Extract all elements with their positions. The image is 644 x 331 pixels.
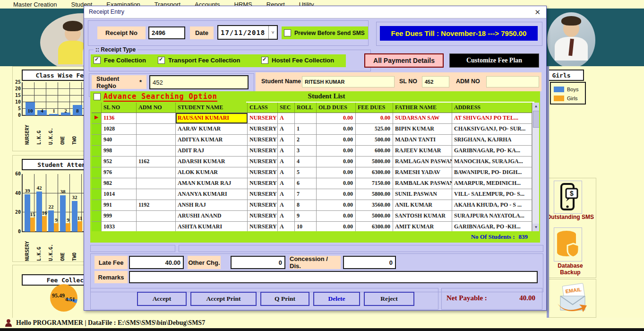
row-selector[interactable] [92,135,102,145]
all-payment-details-button[interactable]: All Payment Details [364,53,444,68]
x-axis-category: NURSERY [25,234,30,261]
cell: GARIBNAGAR, PO- KA... [452,146,532,156]
x-axis-category: NURSERY [25,117,30,145]
cell: RAMLAGAN PASWAN [393,157,452,167]
receipt-type-label: Transport Fee Collection [168,57,240,64]
table-row[interactable]: 9521162ADARSH KUMARNURSERYA40.005800.00R… [92,157,539,167]
date-input[interactable]: 17/11/2018 ˅ [217,25,278,40]
cell [137,178,176,189]
cell: 6300.00 [356,167,393,178]
y-axis-tick: 10 [12,99,21,105]
other-chg-input[interactable]: 0 [231,256,285,269]
delete-button[interactable]: Delete [313,292,360,306]
email-button[interactable]: EMAIL [555,282,588,314]
table-scrollbar[interactable]: ▲ ▼ [532,103,539,231]
girls-value-label: 9 [62,217,74,223]
cell: 0.00 [317,146,356,156]
close-icon[interactable]: ✕ [534,8,541,17]
cell [137,211,176,221]
menu-item-master-creation[interactable]: Master Creation [13,1,57,8]
table-row[interactable]: 1033ASHTA KUMARINURSERYA100.006300.00AMI… [92,222,539,231]
row-selector[interactable] [92,167,102,178]
cell: NURSERY [248,124,278,134]
row-selector[interactable]: ▶ [92,113,102,123]
scroll-up-icon[interactable]: ▲ [532,103,539,110]
checkbox-checked-icon[interactable] [261,57,268,64]
table-row[interactable]: 940ADITYA KUMARNURSERYA20.00500.00MADAN … [92,135,539,146]
table-row[interactable]: 982AMAN KUMAR RAJNURSERYA60.007150.00RAM… [92,178,539,189]
groupbox-remnant-right [179,245,543,252]
net-payable-box: Net Payable : 40.00 [441,288,542,310]
cell: AKAHA KHUDA, PO - S ... [452,200,532,210]
row-selector[interactable] [92,200,102,210]
receipt-no-input[interactable]: 2496 [148,26,185,39]
advance-search-checkbox[interactable] [94,93,101,100]
checkbox-checked-icon[interactable] [94,57,101,64]
row-selector[interactable] [92,211,102,221]
row-selector[interactable] [92,189,102,200]
preview-sms-option[interactable]: Preview Before Send SMS [282,26,368,39]
girls-value-label: 9 [51,217,62,223]
cell: A [278,200,295,210]
checkbox-checked-icon[interactable] [158,57,165,64]
cell: 5 [295,167,317,178]
preview-sms-checkbox[interactable] [284,29,291,36]
row-selector[interactable] [92,124,102,134]
table-row[interactable]: 998ADIT RAJNURSERYA30.00600.00RAJEEV KUM… [92,146,539,157]
table-row[interactable]: 1014ANANYA KUMARINURSERYA70.005800.00SUN… [92,189,539,200]
remarks-label: Remarks [94,271,128,283]
accept-button[interactable]: Accept [137,292,187,306]
email-icon: EMAIL [555,282,588,314]
outstanding-sms-button[interactable]: $ [554,181,582,214]
row-selector[interactable] [92,222,102,231]
remarks-input[interactable] [129,271,538,283]
row-selector[interactable] [92,146,102,156]
q-print-button[interactable]: Q Print [260,292,309,306]
table-row[interactable]: 999ARUSHI ANANDNURSERYA90.005000.00SANTO… [92,211,539,222]
cell: 940 [102,135,137,145]
cell: 5800.00 [356,157,393,167]
customize-fee-plan-button[interactable]: Customize Fee Plan [449,53,539,68]
girls-chart-title: Girls [549,70,584,81]
dialog-title-bar[interactable]: Receipt Entry ✕ [84,6,546,18]
cell: 982 [102,178,137,189]
student-regno-input[interactable]: 452 [149,75,249,89]
concession-input[interactable]: 0 [343,256,396,269]
net-payable-label: Net Payable : [447,294,487,302]
date-label: Date [190,26,214,39]
student-name-field[interactable]: RITESH KUMAR [302,76,395,87]
sl-no-field[interactable]: 452 [422,76,449,87]
cell: 0.00 [317,189,356,200]
required-asterisk: * [139,78,142,86]
scrollbar-thumb[interactable] [533,111,539,128]
column-header-sec: SEC [278,103,295,113]
table-row[interactable]: 1028AARAV KUMARNURSERYA10.00525.00BIPIN … [92,124,539,135]
adm-no-field[interactable] [486,76,539,87]
bar-value-label: 2 [60,108,71,113]
cell: 0.00 [317,113,356,123]
cell: 0.00 [317,211,356,221]
receipt-type-option-1[interactable]: Fee Collection [94,57,146,64]
receipt-type-option-2[interactable]: Transport Fee Collection [158,57,240,64]
row-selector[interactable] [92,157,102,167]
advance-search-label[interactable]: Advance Searching Option [103,92,217,102]
accept-print-button[interactable]: Accept Print [190,292,257,306]
table-row[interactable]: 976ALOK KUMARNURSERYA50.006300.00RAMESH … [92,167,539,178]
cell: A [278,146,295,156]
cell: 525.00 [356,124,393,134]
date-dropdown-icon[interactable]: ˅ [268,26,277,39]
table-row[interactable]: 9911192ANSH RAJNURSERYA80.003560.00ANIL … [92,200,539,211]
row-selector[interactable] [92,178,102,189]
reject-button[interactable]: Reject [364,292,414,306]
scroll-down-icon[interactable]: ▼ [532,224,539,231]
user-icon [5,319,12,327]
late-fee-input[interactable]: 40.00 [129,256,184,269]
cell [137,113,176,123]
dialog-title: Receipt Entry [89,9,124,15]
table-row[interactable]: ▶1136RAUSANI KUMARINURSERYA0.000.00SUDAR… [92,113,539,124]
x-axis-category: ONE [60,234,65,261]
cell: ANANYA KUMARI [176,189,248,200]
cell: ADARSH KUMAR [176,157,248,167]
database-backup-button[interactable] [554,227,582,261]
receipt-type-option-3[interactable]: Hostel Fee Collection [261,57,334,64]
